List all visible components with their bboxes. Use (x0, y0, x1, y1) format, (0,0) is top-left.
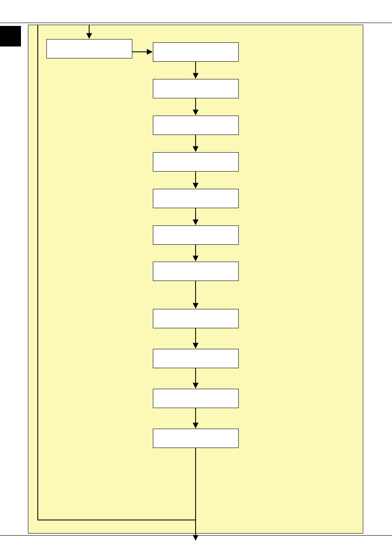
flow-box-3 (153, 152, 239, 172)
flow-box-side (46, 39, 132, 58)
flow-box-0 (153, 42, 239, 62)
divider-bottom (0, 535, 392, 536)
flow-box-7 (153, 309, 239, 328)
divider-top (0, 23, 392, 23)
page (0, 0, 392, 557)
flow-box-2 (153, 116, 239, 135)
black-tab (0, 26, 21, 46)
flow-box-5 (153, 225, 239, 245)
flow-box-1 (153, 79, 239, 98)
flow-box-9 (153, 389, 239, 408)
flow-box-10 (153, 429, 239, 448)
flow-box-8 (153, 349, 239, 368)
flow-box-6 (153, 262, 239, 281)
flow-box-4 (153, 189, 239, 208)
